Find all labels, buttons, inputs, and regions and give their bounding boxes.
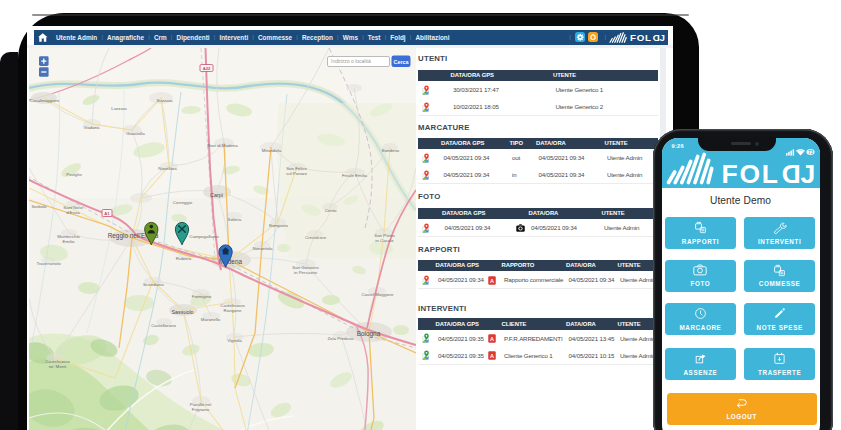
svg-text:Emilia: Emilia (63, 239, 76, 244)
svg-text:A: A (491, 353, 495, 359)
svg-text:A1: A1 (104, 211, 110, 216)
svg-text:Rubiera: Rubiera (176, 256, 192, 261)
svg-text:Maranello: Maranello (201, 317, 221, 322)
svg-text:Zola Predosa: Zola Predosa (327, 336, 354, 341)
svg-text:Scandiano: Scandiano (143, 282, 164, 287)
svg-text:Mirandola: Mirandola (262, 148, 282, 153)
svg-text:Crevalcore: Crevalcore (305, 235, 327, 240)
svg-text:Sorbolo: Sorbolo (31, 204, 47, 209)
svg-text:Novellara: Novellara (158, 166, 177, 171)
svg-text:d'Enza: d'Enza (66, 210, 80, 215)
svg-text:A: A (491, 336, 495, 342)
svg-text:Campogalliano: Campogalliano (189, 234, 219, 239)
svg-text:Novi di Modena: Novi di Modena (207, 143, 238, 148)
svg-text:Bomporto: Bomporto (269, 223, 289, 228)
svg-text:Bondeno: Bondeno (382, 148, 400, 153)
svg-text:Nonantola: Nonantola (252, 246, 273, 251)
svg-text:Cerca: Cerca (394, 59, 410, 65)
svg-text:Suzzara: Suzzara (156, 98, 173, 103)
svg-text:Indirizzo o località: Indirizzo o località (331, 58, 371, 64)
svg-text:Guastalla: Guastalla (126, 131, 145, 136)
svg-text:in Persiceto: in Persiceto (294, 270, 317, 275)
svg-text:sul Panaro: sul Panaro (286, 171, 308, 176)
svg-text:Finale Emilia: Finale Emilia (342, 173, 368, 178)
svg-text:Carpi: Carpi (210, 192, 223, 198)
svg-text:Cento: Cento (325, 208, 337, 213)
svg-text:in Casale: in Casale (375, 238, 394, 243)
svg-text:Correggio: Correggio (173, 200, 193, 205)
svg-text:Luzzara: Luzzara (111, 106, 127, 111)
svg-text:Sassuolo: Sassuolo (171, 309, 193, 315)
svg-text:ne' Monti: ne' Monti (49, 364, 67, 369)
svg-text:Casalmaggiore: Casalmaggiore (30, 98, 60, 103)
svg-text:Formigine: Formigine (192, 294, 212, 299)
svg-text:Castel Maggiore: Castel Maggiore (362, 292, 395, 297)
svg-text:Bologna: Bologna (357, 330, 381, 338)
svg-text:Castellarano: Castellarano (151, 323, 176, 328)
svg-text:A22: A22 (203, 66, 211, 71)
svg-text:A: A (491, 277, 495, 283)
svg-text:Soliera: Soliera (227, 217, 241, 222)
svg-text:73: 73 (807, 150, 813, 155)
svg-text:Viadana: Viadana (83, 125, 100, 130)
svg-text:Frignano: Frignano (192, 407, 210, 412)
svg-text:Traversetolo: Traversetolo (36, 261, 61, 266)
svg-text:Poviglio: Poviglio (66, 172, 82, 177)
svg-text:Vignola: Vignola (227, 338, 242, 343)
svg-text:Rangone: Rangone (224, 308, 242, 313)
